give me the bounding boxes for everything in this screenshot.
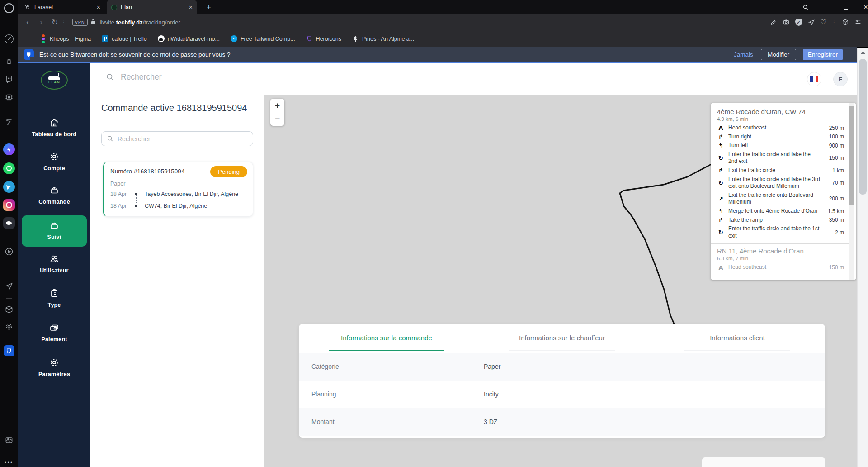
bookmark-label: nWidart/laravel-mo... bbox=[168, 36, 220, 42]
sidebar-item-paiement[interactable]: Paiement bbox=[22, 322, 87, 343]
bookmark-tailwind[interactable]: ~Free Tailwind Comp... bbox=[231, 35, 295, 42]
restore-button[interactable] bbox=[838, 0, 854, 14]
tab-laravel[interactable]: Laravel × bbox=[20, 0, 105, 14]
url-domain: techfly.dz bbox=[116, 19, 143, 26]
heart-bookmark-icon[interactable]: ♡ bbox=[821, 18, 826, 26]
alternative-route[interactable]: RN 11, 4ème Rocade d'Oran 6.3 km, 7 min … bbox=[717, 247, 844, 272]
bitwarden-sidebar-icon[interactable] bbox=[4, 345, 14, 356]
route-title: RN 11, 4ème Rocade d'Oran bbox=[717, 247, 844, 255]
opera-logo-icon[interactable] bbox=[4, 3, 14, 13]
toolbar-separator-icon: ⋮ bbox=[832, 20, 836, 25]
direction-step[interactable]: ↱Turn right100 m bbox=[717, 133, 844, 142]
sidebar-overflow-icon[interactable]: ••• bbox=[5, 459, 14, 466]
forward-button[interactable]: › bbox=[34, 18, 48, 27]
trello-icon bbox=[102, 35, 108, 42]
sidebar-item-compte[interactable]: Compte bbox=[22, 151, 87, 172]
reload-button[interactable]: ↻ bbox=[48, 18, 61, 27]
sidebar-item-tableau-de-bord[interactable]: Tableau de bord bbox=[22, 117, 87, 138]
sidebar-item-utilisateur[interactable]: Utilisateur bbox=[22, 253, 87, 274]
minimize-button[interactable]: – bbox=[819, 0, 835, 14]
tab-close-icon[interactable]: × bbox=[97, 4, 100, 11]
directions-scrollbar-thumb[interactable] bbox=[849, 106, 854, 205]
sidebar-item-type[interactable]: Type bbox=[22, 288, 87, 308]
edit-button[interactable]: Modifier bbox=[761, 49, 796, 60]
titlebar-search-icon[interactable] bbox=[798, 0, 813, 14]
sidebar-item-label: Paramètres bbox=[22, 371, 87, 377]
language-flag-button[interactable] bbox=[807, 72, 821, 86]
direction-step[interactable]: ↰Turn left900 m bbox=[717, 141, 844, 150]
tab-informations-commande[interactable]: Informations sur la commande bbox=[299, 324, 474, 351]
row-value: 3 DZ bbox=[484, 408, 497, 436]
elan-logo[interactable]: ELAN bbox=[41, 71, 68, 90]
user-avatar[interactable]: E bbox=[833, 72, 848, 86]
direction-step[interactable]: ↻Enter the traffic circle and take the 2… bbox=[717, 150, 844, 166]
bookmark-github[interactable]: nWidart/laravel-mo... bbox=[158, 35, 220, 42]
instagram-icon[interactable] bbox=[3, 199, 15, 211]
shield-check-icon[interactable]: ✓ bbox=[795, 19, 802, 26]
direction-step[interactable]: ↻Enter the traffic circle and take the 1… bbox=[717, 224, 844, 240]
bookmark-heroicons[interactable]: Heroicons bbox=[306, 35, 341, 42]
easy-setup-brush-icon[interactable] bbox=[5, 57, 14, 66]
scroll-up-icon[interactable] bbox=[861, 51, 865, 54]
zoom-in-button[interactable]: + bbox=[270, 99, 284, 112]
direction-step[interactable]: ↱Take the ramp350 m bbox=[717, 216, 844, 225]
pin-edit-icon[interactable] bbox=[770, 19, 777, 26]
new-tab-button[interactable]: + bbox=[203, 0, 215, 14]
direction-step[interactable]: ↰Merge left onto 4ème Rocade d'Oran1.5 k… bbox=[717, 207, 844, 216]
step-text: Head southeast bbox=[728, 264, 821, 271]
chip-icon[interactable] bbox=[5, 93, 14, 102]
twitch-icon[interactable] bbox=[5, 75, 14, 84]
page-scrollbar[interactable] bbox=[857, 48, 868, 467]
map-canvas[interactable]: + − 4ème Rocade d'Oran, CW 74 4.9 km, 6 … bbox=[264, 95, 857, 467]
whatsapp-icon[interactable] bbox=[3, 162, 15, 174]
bookmark-trello[interactable]: caloue | Trello bbox=[102, 35, 147, 42]
sidebar-item-label: Commande bbox=[22, 199, 87, 205]
direction-step[interactable]: AHead southeast250 m bbox=[717, 124, 844, 133]
bookmark-figma[interactable]: Kheops – Figma bbox=[40, 35, 91, 42]
bookmark-pines[interactable]: Pines - An Alpine a... bbox=[352, 35, 414, 42]
directions-panel[interactable]: 4ème Rocade d'Oran, CW 74 4.9 km, 6 min … bbox=[711, 103, 856, 280]
snapshot-image-icon[interactable] bbox=[5, 435, 14, 444]
tab-elan[interactable]: Elan × bbox=[107, 0, 197, 14]
step-text: Exit the traffic circle bbox=[728, 167, 821, 174]
direction-step[interactable]: ↗Exit the traffic circle onto Boulevard … bbox=[717, 191, 844, 207]
direction-step[interactable]: ↻Enter the traffic circle and take the 3… bbox=[717, 175, 844, 191]
extensions-icon[interactable] bbox=[842, 19, 849, 26]
messenger-icon[interactable]: ϟ bbox=[3, 143, 15, 155]
vpn-badge[interactable]: VPN bbox=[72, 19, 88, 26]
lock-icon[interactable] bbox=[91, 20, 95, 24]
step-text: Head southeast bbox=[728, 124, 821, 132]
tab-informations-client[interactable]: Informations client bbox=[650, 324, 825, 351]
url-path: /tracking/order bbox=[143, 19, 180, 26]
speed-dial-icon[interactable] bbox=[5, 34, 14, 43]
pickaxe-icon[interactable] bbox=[5, 118, 14, 127]
save-button[interactable]: Enregistrer bbox=[803, 49, 843, 60]
zoom-out-button[interactable]: − bbox=[270, 112, 284, 126]
extensions-cube-icon[interactable] bbox=[5, 305, 14, 314]
direction-step[interactable]: ↱Exit the traffic circle1 km bbox=[717, 166, 844, 175]
sidebar-item-suivi[interactable]: Suivi bbox=[22, 215, 87, 247]
back-button[interactable]: ‹ bbox=[21, 18, 34, 27]
orders-search-input[interactable]: Rechercher bbox=[101, 131, 253, 146]
global-search[interactable]: Rechercher bbox=[106, 72, 161, 82]
settings-gear-icon[interactable] bbox=[5, 322, 14, 331]
scrollbar-thumb[interactable] bbox=[859, 59, 867, 195]
video-popout-icon[interactable] bbox=[5, 247, 14, 256]
snapshot-camera-icon[interactable] bbox=[783, 19, 790, 26]
telegram-icon[interactable] bbox=[3, 181, 15, 193]
tab-informations-chauffeur[interactable]: Informations sur le chauffeur bbox=[474, 324, 650, 351]
sidebar-item-parametres[interactable]: Paramètres bbox=[22, 357, 87, 377]
direction-step[interactable]: AHead southeast150 m bbox=[717, 263, 844, 272]
never-link[interactable]: Jamais bbox=[734, 51, 753, 58]
tab-close-icon[interactable]: × bbox=[189, 4, 193, 11]
tuner-sliders-icon[interactable] bbox=[854, 19, 862, 26]
close-window-button[interactable]: × bbox=[858, 0, 868, 14]
url-text[interactable]: livvite.techfly.dz/tracking/order bbox=[100, 19, 180, 26]
tailwind-icon: ~ bbox=[231, 35, 237, 42]
send-icon[interactable] bbox=[808, 19, 815, 26]
sidebar-item-commande[interactable]: Commande bbox=[22, 185, 87, 205]
bookmark-label: Free Tailwind Comp... bbox=[241, 36, 295, 42]
my-flow-icon[interactable] bbox=[5, 281, 14, 291]
discord-icon[interactable] bbox=[3, 217, 15, 229]
order-card[interactable]: Numéro #16818195915094 Pending Paper 18 … bbox=[103, 162, 253, 217]
